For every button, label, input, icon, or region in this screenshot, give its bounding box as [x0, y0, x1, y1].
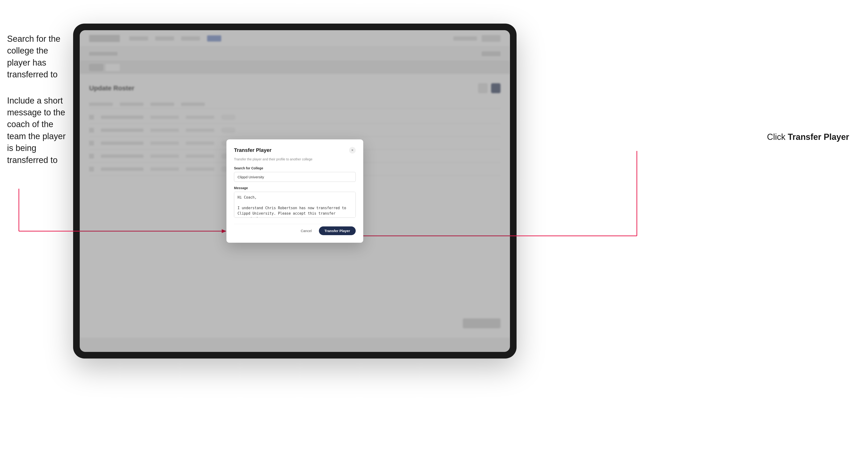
modal-close-button[interactable]: ×	[349, 147, 356, 154]
modal-header: Transfer Player ×	[234, 147, 356, 154]
modal-subtitle: Transfer the player and their profile to…	[234, 157, 356, 161]
annotation-text-message: Include a short message to the coach of …	[7, 95, 73, 166]
annotation-right-bold: Transfer Player	[788, 132, 849, 142]
search-college-label: Search for College	[234, 166, 356, 170]
message-label: Message	[234, 186, 356, 190]
annotation-left-container: Search for the college the player has tr…	[7, 33, 73, 180]
message-textarea[interactable]: Hi Coach, I understand Chris Robertson h…	[234, 192, 356, 218]
modal-title: Transfer Player	[234, 147, 272, 153]
transfer-player-button[interactable]: Transfer Player	[319, 226, 356, 235]
modal-footer: Cancel Transfer Player	[234, 224, 356, 235]
search-college-input[interactable]	[234, 172, 356, 182]
annotation-text-search: Search for the college the player has tr…	[7, 33, 73, 81]
annotation-right-prefix: Click	[767, 132, 788, 142]
tablet-device: Update Roster	[73, 24, 517, 359]
cancel-button[interactable]: Cancel	[297, 227, 316, 235]
transfer-player-modal: Transfer Player × Transfer the player an…	[226, 139, 363, 243]
annotation-right-container: Click Transfer Player	[767, 132, 849, 142]
modal-overlay: Transfer Player × Transfer the player an…	[80, 30, 510, 352]
tablet-screen: Update Roster	[80, 30, 510, 352]
